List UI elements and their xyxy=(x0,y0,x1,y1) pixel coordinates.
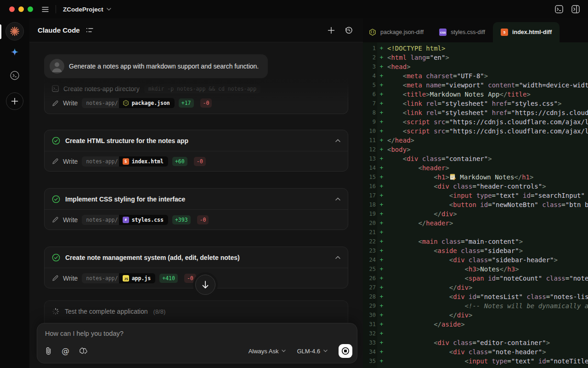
project-switcher[interactable]: ZCodeProject xyxy=(63,6,111,13)
diff-line: 21+ xyxy=(363,228,588,237)
chat-header: Claude Code xyxy=(29,18,363,42)
stop-button[interactable] xyxy=(339,344,352,358)
new-session-button[interactable] xyxy=(6,92,23,110)
chevron-down-icon xyxy=(107,8,111,11)
terminal-icon xyxy=(52,85,59,92)
html-file-icon: 5 xyxy=(501,29,508,36)
diff-line: 23+ <aside class="sidebar"> xyxy=(363,246,588,255)
new-chat-icon[interactable] xyxy=(328,27,335,34)
titlebar: ZCodeProject xyxy=(0,0,588,18)
diff-line: 19+ </div> xyxy=(363,209,588,218)
js-file-icon: JS xyxy=(123,275,129,282)
attach-file-icon[interactable] xyxy=(45,347,52,355)
claude-starburst-icon xyxy=(9,26,20,37)
diff-tabs: package.json-diff css styles.css-diff 5 … xyxy=(363,18,588,42)
mention-icon[interactable]: @ xyxy=(62,346,69,356)
json-file-icon xyxy=(369,29,376,36)
file-chip-styles-css[interactable]: notes-app/ #styles.css xyxy=(82,215,168,225)
diff-line: 10+ <script src="https://cdnjs.cloudflar… xyxy=(363,126,588,136)
diff-line: 24+ <div class="sidebar-header"> xyxy=(363,255,588,264)
tab-styles-css-diff[interactable]: css styles.css-diff xyxy=(431,22,493,42)
arrow-down-icon xyxy=(202,281,209,289)
chevron-down-icon xyxy=(282,350,286,352)
diff-line: 2+<html lang="en"> xyxy=(363,53,588,62)
task-list-icon[interactable] xyxy=(86,27,93,34)
model-select[interactable]: GLM-4.6 xyxy=(297,348,328,355)
file-chip-index-html[interactable]: notes-app/ 5index.html xyxy=(82,156,168,167)
diff-line: 1+<!DOCTYPE html> xyxy=(363,44,588,53)
diff-code-view[interactable]: 1+<!DOCTYPE html>2+<html lang="en">3+<he… xyxy=(363,42,588,368)
diff-line: 25+ <h3>Notes</h3> xyxy=(363,264,588,274)
diff-panel: package.json-diff css styles.css-diff 5 … xyxy=(363,18,588,368)
user-avatar xyxy=(50,59,64,74)
spinner-icon xyxy=(52,308,59,315)
tab-package-json-diff[interactable]: package.json-diff xyxy=(363,22,431,42)
user-message: Generate a notes app with markdown suppo… xyxy=(44,54,268,78)
diff-line: 20+ </header> xyxy=(363,218,588,228)
diff-line: 5+ <meta name="viewport" content="width=… xyxy=(363,80,588,90)
diff-line: 6+ <title>Markdown Notes App</title> xyxy=(363,90,588,99)
diff-line: 34+ <div class="note-header"> xyxy=(363,347,588,356)
sparkle-assistant-button[interactable] xyxy=(6,44,24,62)
write-verb: Write xyxy=(63,99,78,107)
terminal-session-button[interactable] xyxy=(6,66,24,85)
thinking-mode-icon[interactable] xyxy=(79,347,88,355)
lines-removed-badge: -0 xyxy=(194,157,206,166)
history-icon[interactable] xyxy=(345,26,353,34)
chevron-up-icon[interactable] xyxy=(335,139,340,142)
pending-task-progress: (8/8) xyxy=(153,308,166,315)
scroll-to-bottom-button[interactable] xyxy=(195,275,215,295)
diff-line: 28+ <div id="notesList" class="notes-lis… xyxy=(363,292,588,301)
chevron-up-icon[interactable] xyxy=(335,256,340,259)
plus-icon xyxy=(11,98,18,105)
zoom-window-button[interactable] xyxy=(28,6,33,12)
chevron-up-icon[interactable] xyxy=(335,197,340,201)
step-card-html-structure: Create HTML structure for the notes app … xyxy=(44,130,348,172)
diff-line: 35+ <input type="text" id="noteTitleInpu… xyxy=(363,356,588,366)
stop-icon xyxy=(341,346,350,356)
diff-line: 8+ <link rel="stylesheet" href="https://… xyxy=(363,108,588,117)
left-rail xyxy=(0,18,29,368)
diff-line: 11+</head> xyxy=(363,136,588,145)
check-circle-icon xyxy=(52,195,60,203)
pencil-icon xyxy=(52,100,59,107)
diff-line: 13+ <div class="container"> xyxy=(363,154,588,163)
permission-mode-select[interactable]: Always Ask xyxy=(249,348,286,355)
lines-removed-badge: -0 xyxy=(197,215,209,224)
lines-added-badge: +60 xyxy=(172,157,187,166)
check-circle-icon xyxy=(52,253,60,262)
minimize-window-button[interactable] xyxy=(18,6,24,12)
diff-line: 9+ <script src="https://cdnjs.cloudflare… xyxy=(363,117,588,126)
diff-line: 22+ <main class="main-content"> xyxy=(363,237,588,246)
terminal-panel-icon[interactable] xyxy=(555,5,563,13)
step-card-css-styling: Implement CSS styling for the interface … xyxy=(44,188,348,230)
task-title: Create note management system (add, edit… xyxy=(65,254,330,261)
task-header[interactable]: Implement CSS styling for the interface xyxy=(45,189,348,209)
claude-agent-button[interactable] xyxy=(6,22,24,40)
titlebar-divider xyxy=(56,5,56,13)
tab-index-html-diff[interactable]: 5 index.html-diff xyxy=(493,22,560,42)
close-window-button[interactable] xyxy=(9,6,15,12)
chat-scroll-area[interactable]: Generate a notes app with markdown suppo… xyxy=(29,42,363,368)
diff-line: 16+ <div class="header-controls"> xyxy=(363,182,588,191)
task-title: Implement CSS styling for the interface xyxy=(65,196,330,203)
pencil-icon xyxy=(52,216,59,223)
lines-added-badge: +17 xyxy=(179,98,194,108)
css-file-icon: css xyxy=(439,29,447,36)
pencil-icon xyxy=(52,275,59,282)
file-chip-package-json[interactable]: notes-app/ package.json xyxy=(82,98,174,108)
lines-removed-badge: -0 xyxy=(200,98,212,108)
json-file-icon xyxy=(123,100,129,106)
message-input[interactable]: How can I help you today? xyxy=(45,330,124,337)
diff-line: 26+ <span id="noteCount" class="note-cou… xyxy=(363,274,588,283)
toggle-right-panel-icon[interactable] xyxy=(571,5,580,13)
diff-line: 12+<body> xyxy=(363,145,588,154)
task-header[interactable]: Create note management system (add, edit… xyxy=(45,247,348,268)
menu-icon[interactable] xyxy=(42,6,49,12)
file-chip-app-js[interactable]: notes-app/ JSapp.js xyxy=(82,273,155,283)
task-title: Create HTML structure for the notes app xyxy=(65,137,330,144)
lines-removed-badge: -0 xyxy=(184,274,196,283)
task-header[interactable]: Create HTML structure for the notes app xyxy=(45,130,348,151)
diff-line: 29+ <!-- Notes will be dynamically added… xyxy=(363,301,588,310)
diff-line: 15+ <h1> Markdown Notes</h1> xyxy=(363,172,588,182)
